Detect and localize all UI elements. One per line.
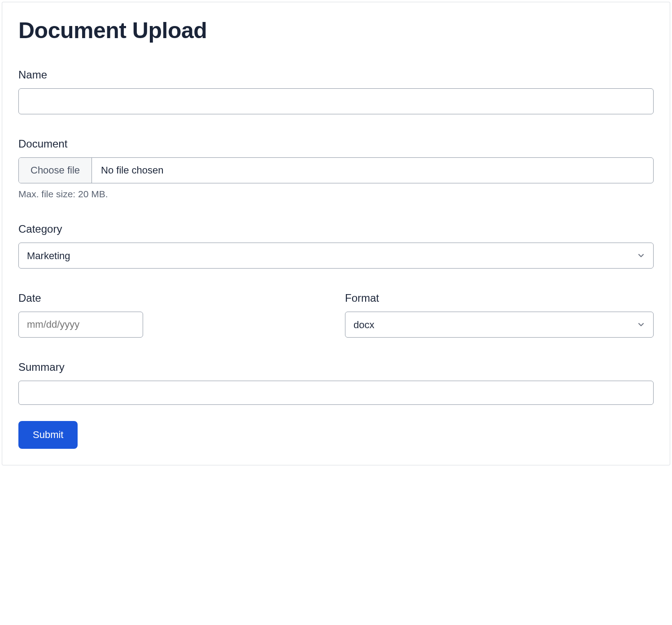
- category-label: Category: [18, 223, 654, 235]
- date-input[interactable]: [18, 312, 143, 338]
- summary-field-group: Summary: [18, 361, 654, 405]
- date-field-group: Date: [18, 292, 327, 338]
- summary-input[interactable]: [18, 381, 654, 405]
- category-field-group: Category Marketing: [18, 223, 654, 269]
- document-field-group: Document Choose file No file chosen Max.…: [18, 138, 654, 200]
- upload-form-container: Document Upload Name Document Choose fil…: [2, 2, 670, 465]
- choose-file-button[interactable]: Choose file: [19, 158, 92, 183]
- name-label: Name: [18, 69, 654, 81]
- date-label: Date: [18, 292, 327, 304]
- file-help-text: Max. file size: 20 MB.: [18, 189, 654, 200]
- category-select-wrapper: Marketing: [18, 243, 654, 269]
- page-title: Document Upload: [18, 17, 654, 43]
- document-label: Document: [18, 138, 654, 150]
- name-input[interactable]: [18, 88, 654, 114]
- file-status-text: No file chosen: [92, 158, 653, 183]
- summary-label: Summary: [18, 361, 654, 373]
- format-select[interactable]: docx: [345, 312, 654, 338]
- format-field-group: Format docx: [345, 292, 654, 338]
- format-label: Format: [345, 292, 654, 304]
- submit-button[interactable]: Submit: [18, 421, 78, 449]
- file-input-wrapper: Choose file No file chosen: [18, 157, 654, 183]
- category-select[interactable]: Marketing: [18, 243, 654, 269]
- date-format-row: Date Format docx: [18, 292, 654, 338]
- name-field-group: Name: [18, 69, 654, 114]
- format-select-wrapper: docx: [345, 312, 654, 338]
